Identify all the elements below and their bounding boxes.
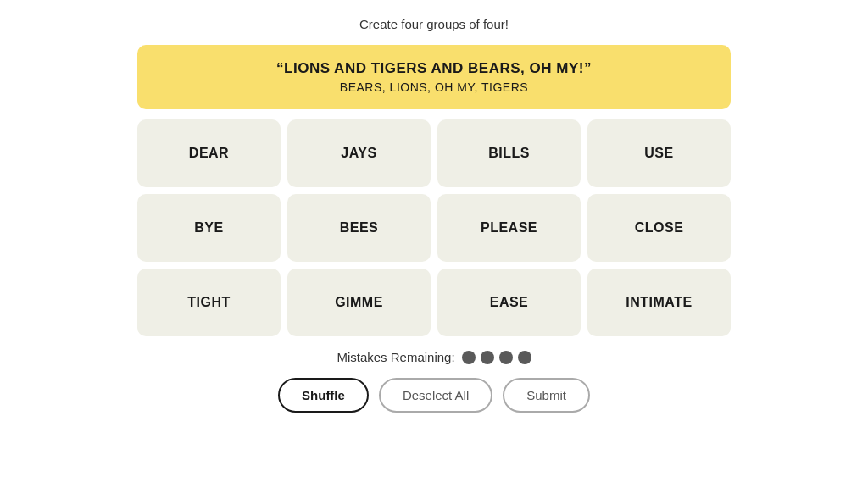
word-card[interactable]: USE — [587, 119, 731, 187]
word-text: EASE — [490, 295, 529, 310]
word-card[interactable]: PLEASE — [437, 194, 581, 262]
game-container: Create four groups of four! “LIONS AND T… — [137, 17, 731, 413]
solved-group: “LIONS AND TIGERS AND BEARS, OH MY!” BEA… — [137, 45, 731, 109]
word-card[interactable]: BYE — [137, 194, 281, 262]
word-text: GIMME — [335, 295, 383, 310]
mistake-dot — [462, 351, 476, 364]
mistakes-label: Mistakes Remaining: — [337, 350, 454, 364]
group-title: “LIONS AND TIGERS AND BEARS, OH MY!” — [154, 60, 714, 77]
shuffle-button[interactable]: Shuffle — [278, 378, 369, 413]
submit-button[interactable]: Submit — [503, 378, 590, 413]
word-text: BYE — [194, 220, 223, 236]
mistake-dot — [499, 351, 513, 364]
word-text: BILLS — [488, 146, 530, 161]
word-text: PLEASE — [481, 220, 537, 236]
word-text: INTIMATE — [626, 295, 692, 310]
word-text: BEES — [340, 220, 379, 236]
group-words: BEARS, LIONS, OH MY, TIGERS — [154, 80, 714, 94]
word-card[interactable]: INTIMATE — [587, 269, 731, 336]
mistakes-dots — [462, 351, 531, 364]
word-card[interactable]: TIGHT — [137, 269, 281, 336]
mistakes-row: Mistakes Remaining: — [337, 350, 531, 364]
word-card[interactable]: BEES — [287, 194, 431, 262]
word-card[interactable]: EASE — [437, 269, 581, 336]
word-card[interactable]: JAYS — [287, 119, 431, 187]
word-card[interactable]: CLOSE — [587, 194, 731, 262]
word-grid: DEARJAYSBILLSUSEBYEBEESPLEASECLOSETIGHTG… — [137, 119, 731, 336]
word-text: JAYS — [341, 146, 376, 161]
word-text: DEAR — [189, 146, 229, 161]
word-card[interactable]: DEAR — [137, 119, 281, 187]
word-text: TIGHT — [187, 295, 231, 310]
subtitle: Create four groups of four! — [359, 17, 509, 31]
mistake-dot — [518, 351, 531, 364]
deselect-button[interactable]: Deselect All — [379, 378, 492, 413]
word-card[interactable]: GIMME — [287, 269, 431, 336]
word-text: CLOSE — [635, 220, 684, 236]
buttons-row: Shuffle Deselect All Submit — [278, 378, 590, 413]
mistake-dot — [481, 351, 494, 364]
word-card[interactable]: BILLS — [437, 119, 581, 187]
word-text: USE — [644, 146, 673, 161]
